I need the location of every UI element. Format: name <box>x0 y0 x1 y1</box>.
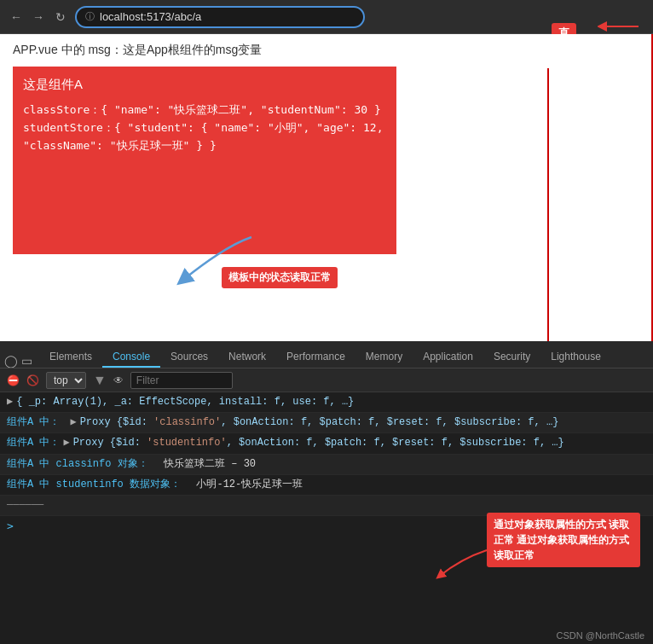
console-line: ▶ { _p: Array(1), _a: EffectScope, insta… <box>0 392 653 413</box>
device-button[interactable]: ▭ <box>21 354 32 368</box>
tab-sources[interactable]: Sources <box>160 347 218 368</box>
console-output: ▶ { _p: Array(1), _a: EffectScope, insta… <box>0 392 653 620</box>
console-line: 组件A 中 classinfo 对象： 快乐篮球二班 – 30 <box>0 455 653 475</box>
console-label: 组件A 中： <box>7 435 60 451</box>
console-label: 组件A 中 classinfo 对象： <box>7 456 148 473</box>
studentstore-line1: studentStore：{ "student": { "name": "小明"… <box>23 119 386 137</box>
console-label: 组件A 中 studentinfo 数据对象： <box>7 477 181 493</box>
inspect-button[interactable]: ◯ <box>4 354 18 368</box>
watermark: CSDN @NorthCastle <box>557 630 644 641</box>
filter-input[interactable] <box>130 372 233 389</box>
console-label: 组件A 中： <box>7 415 60 431</box>
redirect-arrow <box>598 17 640 36</box>
template-annotation: 模板中的状态读取正常 <box>222 267 338 288</box>
console-line: 组件A 中： ▶ Proxy {$id: 'studentinfo', $onA… <box>0 433 653 454</box>
studentstore-line2: "className": "快乐足球一班" } } <box>23 137 386 155</box>
address-bar[interactable]: ⓘ <box>75 6 365 28</box>
lock-icon: ⓘ <box>85 10 95 23</box>
console-proxy-text: Proxy {$id: 'classinfo', $onAction: f, $… <box>80 415 559 431</box>
forward-button[interactable]: → <box>31 9 46 25</box>
devtools-arrow <box>436 546 491 580</box>
tab-performance[interactable]: Performance <box>276 347 355 368</box>
console-toolbar: ⛔ 🚫 top ▼ 👁 <box>0 368 653 392</box>
devtools-tabs: ◯ ▭ Elements Console Sources Network Per… <box>0 341 653 368</box>
console-value: 小明-12-快乐足球一班 <box>184 477 303 493</box>
console-proxy-text: Proxy {$id: 'studentinfo', $onAction: f,… <box>73 435 564 451</box>
console-line: 组件A 中 studentinfo 数据对象： 小明-12-快乐足球一班 <box>0 475 653 496</box>
tab-console[interactable]: Console <box>102 347 160 368</box>
reload-button[interactable]: ↻ <box>53 9 68 25</box>
console-settings-button[interactable]: 🚫 <box>26 374 39 386</box>
browser-chrome: ← → ↻ ⓘ 直接路由到 组件A <box>0 0 653 34</box>
tab-lighthouse[interactable]: Lighthouse <box>540 347 611 368</box>
console-text: { _p: Array(1), _a: EffectScope, install… <box>16 394 354 410</box>
back-button[interactable]: ← <box>9 9 24 25</box>
log-level-select[interactable]: top <box>46 372 86 389</box>
tab-memory[interactable]: Memory <box>355 347 413 368</box>
console-arrow-expand[interactable]: ▶ <box>70 415 76 431</box>
devtools-panel: ◯ ▭ Elements Console Sources Network Per… <box>0 341 653 644</box>
tab-elements[interactable]: Elements <box>39 347 102 368</box>
component-a: 这是组件A classStore：{ "name": "快乐篮球二班", "st… <box>13 67 396 254</box>
console-value: 快乐篮球二班 – 30 <box>152 456 256 473</box>
url-input[interactable] <box>100 10 355 23</box>
component-a-text: classStore：{ "name": "快乐篮球二班", "studentN… <box>23 102 386 154</box>
app-msg: APP.vue 中的 msg：这是App根组件的msg变量 <box>0 34 651 63</box>
classstore-line: classStore：{ "name": "快乐篮球二班", "studentN… <box>23 102 386 119</box>
tab-application[interactable]: Application <box>413 347 483 368</box>
console-arrow-expand[interactable]: ▶ <box>63 435 69 451</box>
console-separator: —————— <box>7 497 43 513</box>
tab-network[interactable]: Network <box>218 347 276 368</box>
clear-console-button[interactable]: ⛔ <box>7 374 20 386</box>
devtools-annotation: 通过对象获取属性的方式 读取正常 通过对象获取属性的方式读取正常 <box>487 513 640 567</box>
vertical-divider <box>547 68 549 341</box>
browser-content: APP.vue 中的 msg：这是App根组件的msg变量 这是组件A clas… <box>0 34 653 341</box>
component-a-title: 这是组件A <box>23 77 386 93</box>
console-line: 组件A 中： ▶ Proxy {$id: 'classinfo', $onAct… <box>0 413 653 433</box>
tab-security[interactable]: Security <box>483 347 540 368</box>
eye-button[interactable]: 👁 <box>113 374 124 386</box>
